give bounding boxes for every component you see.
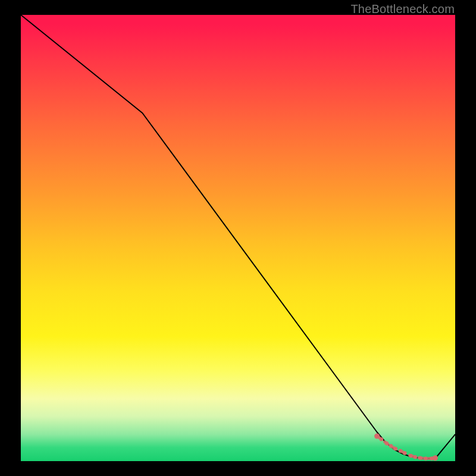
chart-overlay xyxy=(21,15,455,461)
flat-marker-dot xyxy=(418,456,422,460)
flat-marker-dot xyxy=(389,444,393,447)
flat-marker-dot xyxy=(414,455,417,459)
flat-marker-dot xyxy=(374,434,380,439)
watermark-label: TheBottleneck.com xyxy=(350,2,455,16)
flat-marker-dot xyxy=(393,447,397,450)
flat-marker-dot xyxy=(399,449,402,453)
chart-frame: TheBottleneck.com xyxy=(0,0,476,476)
flat-marker-dot xyxy=(424,456,427,460)
flat-marker-dot xyxy=(409,454,412,458)
flat-marker-dot xyxy=(380,437,383,441)
curve-line xyxy=(21,15,455,459)
flat-marker-dot xyxy=(403,451,406,455)
curve-path xyxy=(21,15,455,459)
flat-marker-dot xyxy=(384,441,388,445)
flat-region-markers xyxy=(374,434,438,461)
flat-marker-dot xyxy=(433,455,438,461)
